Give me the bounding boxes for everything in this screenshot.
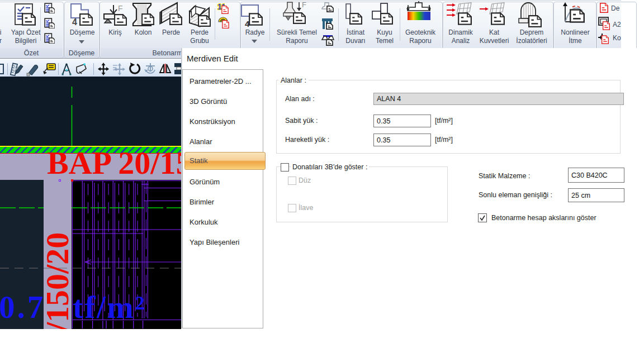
svg-text:F: F xyxy=(302,1,306,9)
svg-text:4: 4 xyxy=(72,17,77,27)
svg-text:F: F xyxy=(118,4,123,13)
